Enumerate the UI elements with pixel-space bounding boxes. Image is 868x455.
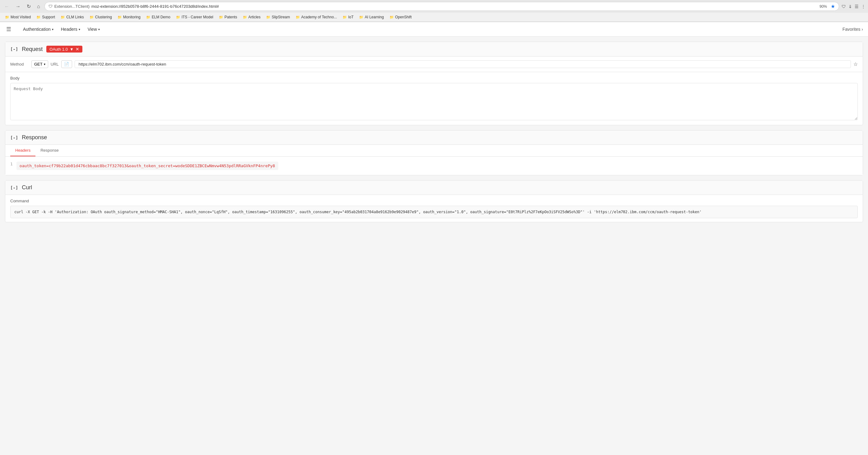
bookmark-its[interactable]: 📁 ITS - Career Model [174,14,216,20]
body-label: Body [10,76,858,80]
bookmark-label: Most Visited [10,15,31,19]
bookmark-star-icon: ★ [831,3,835,9]
favorites-button[interactable]: Favorites › [842,27,863,32]
bookmark-label: Monitoring [123,15,141,19]
forward-button[interactable]: → [14,2,22,10]
folder-icon: 📁 [266,15,271,19]
folder-icon: 📁 [176,15,180,19]
folder-icon: 📁 [5,15,9,19]
bookmark-label: AI Learning [365,15,384,19]
response-toggle[interactable]: [-] [10,135,18,140]
curl-toggle[interactable]: [-] [10,185,18,190]
chevron-down-icon: ▾ [44,62,45,66]
bookmark-label: ELM Demo [152,15,170,19]
bookmarks-bar: 📁 Most Visited 📁 Support 📁 CLM Links 📁 C… [0,13,868,22]
bookmark-elm-demo[interactable]: 📁 ELM Demo [144,14,173,20]
tab-headers[interactable]: Headers [10,145,35,156]
bookmark-clustering[interactable]: 📁 Clustering [87,14,115,20]
folder-icon: 📁 [219,15,223,19]
response-text: oauth_token=cf79b22ab01d476cbbaac8bc7f32… [17,162,278,170]
app-header: ☰ Authentication ▾ Headers ▾ View ▾ Favo… [0,22,868,37]
curl-title: Curl [22,184,32,191]
oauth-close-button[interactable]: ✕ [75,46,79,52]
bookmark-slipstream[interactable]: 📁 SlipStream [264,14,292,20]
bookmark-label: OpenShift [395,15,412,19]
curl-content: Command curl -X GET -k -H 'Authorization… [5,195,863,222]
request-toggle[interactable]: [-] [10,46,18,52]
line-number: 1 [10,162,13,166]
bookmark-openshift[interactable]: 📁 OpenShift [387,14,414,20]
bookmark-support[interactable]: 📁 Support [34,14,58,20]
folder-icon: 📁 [90,15,94,19]
bookmark-articles[interactable]: 📁 Articles [240,14,263,20]
chevron-down-icon: ▾ [52,28,54,31]
response-tabs-bar: Headers Response [5,145,863,157]
command-label: Command [10,199,858,203]
bookmark-iot[interactable]: 📁 IoT [340,14,356,20]
browser-icons: 🛡 ⇓ ☰ ⋮ [842,4,866,9]
oauth-label: OAuth 1.0 [50,47,68,52]
url-label: URL [51,62,59,66]
response-section-header: [-] Response [5,131,863,145]
bookmark-label: Clustering [95,15,112,19]
response-content: 1 oauth_token=cf79b22ab01d476cbbaac8bc7f… [5,157,863,175]
download-icon: ⇓ [848,4,852,9]
request-section-header: [-] Request OAuth 1.0 ▼ ✕ [5,42,863,57]
nav-authentication-label: Authentication [23,27,51,32]
url-star-button[interactable]: ☆ [854,61,858,67]
address-bar[interactable]: 🛡 Extension...TClient) moz-extension://8… [44,2,839,11]
folder-icon: 📁 [146,15,151,19]
method-select[interactable]: GET ▾ [31,60,48,68]
folder-icon: 📁 [359,15,364,19]
folder-icon: 📁 [296,15,300,19]
nav-authentication[interactable]: Authentication ▾ [20,25,57,34]
bookmark-label: Articles [248,15,260,19]
bookmark-clm-links[interactable]: 📁 CLM Links [58,14,86,20]
chevron-down-icon: ▾ [98,28,100,31]
bookmark-label: IoT [348,15,353,19]
request-title: Request [22,46,42,53]
curl-code: curl -X GET -k -H 'Authorization: OAuth … [10,206,858,218]
bookmark-monitoring[interactable]: 📁 Monitoring [115,14,143,20]
folder-icon: 📁 [390,15,394,19]
back-button[interactable]: ← [2,2,11,10]
chevron-down-icon: ▾ [79,28,80,31]
bookmark-label: Patents [224,15,237,19]
bookmark-patents[interactable]: 📁 Patents [216,14,240,20]
folder-icon: 📁 [61,15,65,19]
method-value: GET [34,62,42,66]
extension-label: Extension...TClient) [54,4,90,9]
hamburger-button[interactable]: ☰ [5,25,12,34]
curl-section-header: [-] Curl [5,181,863,195]
curl-section: [-] Curl Command curl -X GET -k -H 'Auth… [5,180,863,222]
bookmark-most-visited[interactable]: 📁 Most Visited [2,14,33,20]
oauth-badge[interactable]: OAuth 1.0 ▼ ✕ [46,46,82,53]
response-title: Response [22,134,47,141]
url-copy-button[interactable]: 📄 [61,60,72,68]
extensions-icon: ☰ [855,4,859,9]
refresh-button[interactable]: ↻ [25,2,33,10]
bookmark-label: CLM Links [66,15,84,19]
nav-headers[interactable]: Headers ▾ [58,25,83,34]
nav-headers-label: Headers [61,27,78,32]
tab-response-label: Response [40,148,59,153]
tab-headers-label: Headers [15,148,30,153]
bookmark-label: Support [42,15,55,19]
url-input[interactable] [74,60,851,68]
response-section: [-] Response Headers Response 1 oauth_to… [5,130,863,175]
nav-view-label: View [88,27,97,32]
url-display: moz-extension://852b0578-b8f6-2444-8191-… [91,4,816,9]
body-textarea[interactable] [10,83,858,120]
shield-icon: 🛡 [842,4,846,9]
nav-view[interactable]: View ▾ [85,25,103,34]
bookmark-label: SlipStream [272,15,290,19]
main-content: [-] Request OAuth 1.0 ▼ ✕ Method GET ▾ U… [0,37,868,454]
tab-response[interactable]: Response [35,145,64,156]
home-button[interactable]: ⌂ [35,2,42,10]
method-label: Method [10,62,29,66]
favorites-label: Favorites [842,27,861,32]
bookmark-ai-learning[interactable]: 📁 AI Learning [356,14,386,20]
curl-text: curl -X GET -k -H 'Authorization: OAuth … [14,210,702,214]
folder-icon: 📁 [36,15,41,19]
bookmark-academy[interactable]: 📁 Academy of Techno... [293,14,340,20]
